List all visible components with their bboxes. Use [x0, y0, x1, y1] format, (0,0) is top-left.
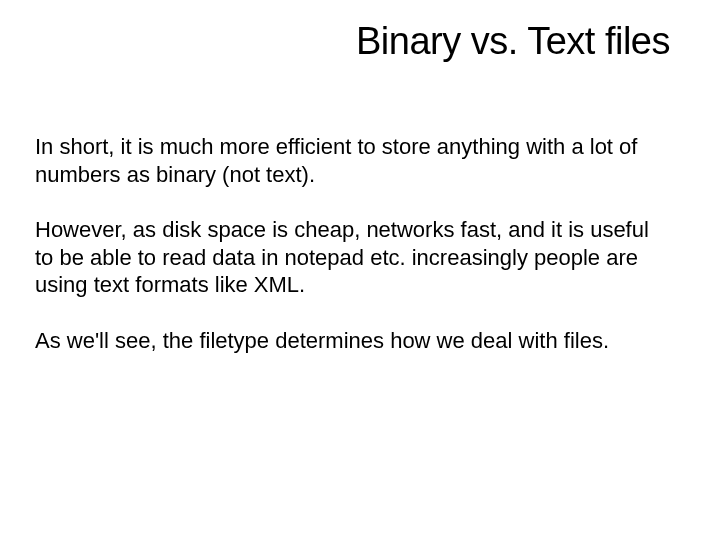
slide-title: Binary vs. Text files: [30, 20, 690, 63]
paragraph-3: As we'll see, the filetype determines ho…: [35, 327, 660, 355]
paragraph-1: In short, it is much more efficient to s…: [35, 133, 660, 188]
paragraph-2: However, as disk space is cheap, network…: [35, 216, 660, 299]
slide-body: In short, it is much more efficient to s…: [30, 133, 690, 354]
slide-container: Binary vs. Text files In short, it is mu…: [0, 0, 720, 540]
